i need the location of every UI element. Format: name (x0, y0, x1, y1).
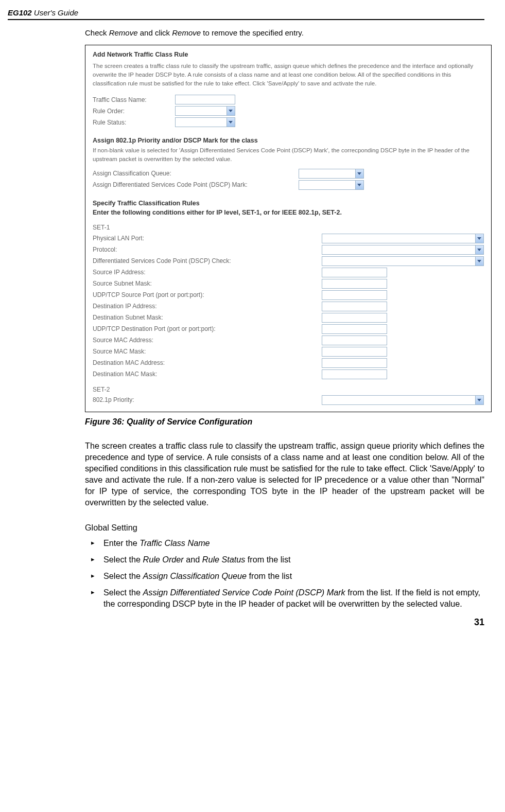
select-assign-dscp[interactable] (299, 180, 364, 190)
select-protocol[interactable] (322, 245, 484, 255)
label-traffic-class-name: Traffic Class Name: (93, 96, 175, 104)
bullet-3: Select the Assign Classification Queue f… (89, 571, 484, 582)
row-source-mask: Source Subnet Mask: (93, 279, 484, 289)
intro-text: Check Remove and click Remove to remove … (85, 28, 484, 38)
b2-mid: and (184, 555, 202, 564)
select-8021p[interactable] (322, 395, 484, 405)
input-traffic-class-name[interactable] (175, 95, 235, 104)
set2-label: SET-2 (93, 385, 484, 394)
assign-head: Assign 802.1p Priority and/or DSCP Mark … (93, 136, 484, 145)
b4-pre: Select the (103, 588, 143, 597)
row-traffic-class-name: Traffic Class Name: (93, 95, 484, 104)
label-assign-dscp: Assign Differentiated Services Code Poin… (93, 181, 299, 189)
row-dest-mask: Destination Subnet Mask: (93, 313, 484, 323)
label-dest-mask: Destination Subnet Mask: (93, 313, 322, 322)
label-rule-order: Rule Order: (93, 107, 175, 115)
row-dest-mac-mask: Destination MAC Mask: (93, 369, 484, 379)
label-8021p: 802.1p Priority: (93, 396, 322, 404)
page-number: 31 (8, 616, 484, 628)
row-dest-mac: Destination MAC Address: (93, 358, 484, 368)
label-dest-ip: Destination IP Address: (93, 302, 322, 310)
set1-label: SET-1 (93, 223, 484, 232)
label-lan-port: Physical LAN Port: (93, 234, 322, 242)
b3-pre: Select the (103, 571, 143, 580)
label-source-ip: Source IP Address: (93, 268, 322, 276)
input-dest-mask[interactable] (322, 313, 387, 323)
label-dest-mac-mask: Destination MAC Mask: (93, 370, 322, 378)
bullet-4: Select the Assign Differentiated Service… (89, 587, 484, 610)
input-source-mac-mask[interactable] (322, 347, 387, 357)
row-dest-ip: Destination IP Address: (93, 302, 484, 311)
panel-title: Add Network Traffic Class Rule (93, 50, 484, 59)
label-assign-queue: Assign Classification Queue: (93, 169, 299, 178)
input-source-mask[interactable] (322, 279, 387, 289)
row-dscp-check: Differentiated Services Code Point (DSCP… (93, 256, 484, 266)
intro-pre: Check (85, 28, 109, 37)
b2-post: from the list (245, 555, 290, 564)
label-dest-mac: Destination MAC Address: (93, 359, 322, 367)
b4-em: Assign Differentiated Service Code Point… (143, 588, 345, 597)
row-source-port: UDP/TCP Source Port (port or port:port): (93, 290, 484, 300)
label-source-port: UDP/TCP Source Port (port or port:port): (93, 291, 322, 299)
bullet-list: Enter the Traffic Class Name Select the … (85, 538, 484, 609)
input-dest-port[interactable] (322, 324, 387, 334)
intro-mid: and click (138, 28, 172, 37)
label-protocol: Protocol: (93, 245, 322, 254)
global-setting-head: Global Setting (85, 522, 484, 534)
row-dest-port: UDP/TCP Destination Port (port or port:p… (93, 324, 484, 334)
label-source-mac: Source MAC Address: (93, 336, 322, 344)
header-model: EG102 (8, 8, 32, 17)
assign-desc: If non-blank value is selected for 'Assi… (93, 146, 484, 163)
row-assign-queue: Assign Classification Queue: (93, 169, 484, 179)
b3-post: from the list (247, 571, 292, 580)
select-lan-port[interactable] (322, 234, 484, 243)
row-assign-dscp: Assign Differentiated Services Code Poin… (93, 180, 484, 190)
input-source-ip[interactable] (322, 268, 387, 277)
bullet-1: Enter the Traffic Class Name (89, 538, 484, 549)
label-source-mac-mask: Source MAC Mask: (93, 347, 322, 356)
row-rule-status: Rule Status: (93, 117, 484, 127)
row-rule-order: Rule Order: (93, 106, 484, 116)
intro-remove-1: Remove (109, 28, 138, 37)
row-source-mac-mask: Source MAC Mask: (93, 347, 484, 357)
intro-remove-2: Remove (172, 28, 201, 37)
header-guide: User's Guide (32, 8, 78, 17)
row-8021p: 802.1p Priority: (93, 395, 484, 405)
label-rule-status: Rule Status: (93, 118, 175, 127)
input-dest-ip[interactable] (322, 302, 387, 311)
input-dest-mac[interactable] (322, 358, 387, 368)
select-assign-queue[interactable] (299, 169, 364, 179)
b2-em2: Rule Status (202, 555, 246, 564)
b2-em1: Rule Order (143, 555, 184, 564)
label-dscp-check: Differentiated Services Code Point (DSCP… (93, 257, 322, 265)
bullet-2: Select the Rule Order and Rule Status fr… (89, 554, 484, 566)
b3-em: Assign Classification Queue (143, 571, 247, 580)
specify-sub: Enter the following conditions either fo… (93, 208, 484, 217)
input-source-port[interactable] (322, 290, 387, 300)
b1-pre: Enter the (103, 538, 140, 548)
b2-pre: Select the (103, 555, 143, 564)
body-paragraph: The screen creates a traffic class rule … (85, 440, 484, 508)
page-header: EG102 User's Guide (8, 8, 484, 20)
select-dscp-check[interactable] (322, 256, 484, 266)
input-dest-mac-mask[interactable] (322, 369, 387, 379)
screenshot-panel: Add Network Traffic Class Rule The scree… (85, 45, 492, 412)
input-source-mac[interactable] (322, 336, 387, 345)
label-source-mask: Source Subnet Mask: (93, 279, 322, 288)
specify-head: Specify Traffic Classification Rules (93, 199, 484, 208)
label-dest-port: UDP/TCP Destination Port (port or port:p… (93, 325, 322, 333)
row-source-ip: Source IP Address: (93, 268, 484, 277)
row-protocol: Protocol: (93, 245, 484, 255)
select-rule-order[interactable] (175, 106, 235, 116)
row-lan-port: Physical LAN Port: (93, 234, 484, 243)
b1-em: Traffic Class Name (140, 538, 210, 548)
select-rule-status[interactable] (175, 117, 235, 127)
row-source-mac: Source MAC Address: (93, 336, 484, 345)
figure-caption: Figure 36: Quality of Service Configurat… (85, 416, 484, 428)
panel-desc: The screen creates a traffic class rule … (93, 62, 484, 87)
intro-post: to remove the specified entry. (201, 28, 304, 37)
